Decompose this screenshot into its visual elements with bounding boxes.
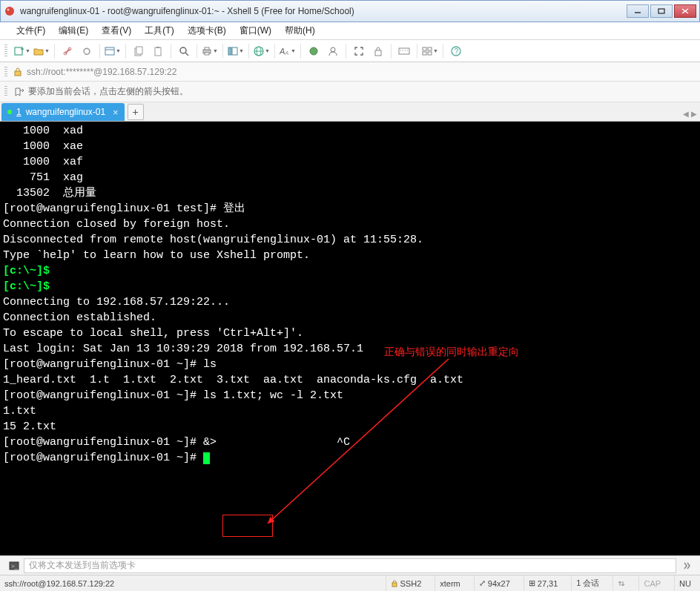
sessions-panel-button[interactable]: ▼ [227,43,245,59]
terminal-line: To escape to local shell, press 'Ctrl+Al… [3,326,697,341]
font-button[interactable]: AA▼ [279,43,297,59]
svg-line-18 [185,53,188,56]
globe-button[interactable]: ▼ [253,43,271,59]
command-input[interactable]: 仅将文本发送到当前选项卡 [24,558,676,573]
status-protocol: SSH2 [386,575,426,591]
menu-tabs[interactable]: 选项卡(B) [185,22,229,39]
color-button[interactable] [305,43,323,59]
lock-icon [13,67,22,76]
address-text[interactable]: ssh://root:********@192.168.57.129:22 [27,67,691,77]
terminal-line: 751 xag [3,170,697,185]
cursor-icon [203,452,210,464]
svg-point-29 [310,47,317,55]
tab-label: wangruifenglinux-01 [26,107,105,117]
lock-icon [391,580,398,587]
svg-rect-11 [105,47,114,55]
svg-text:A: A [284,50,288,56]
svg-rect-21 [205,53,209,55]
terminal-line: [root@wangruifenglinux-01 ~]# &> ^C [3,435,697,450]
status-sessions: 1 会话 [571,575,604,591]
menu-window[interactable]: 窗口(W) [237,22,274,39]
toolbar: ▼ ▼ ▼ ▼ ▼ ▼ AA▼ ▼ ? [0,40,700,62]
grid-icon: ⊞ [529,578,535,588]
terminal-prompt: [c:\~]$ [3,263,697,279]
status-updown [612,575,630,591]
help-button[interactable]: ? [447,43,465,59]
terminal-line: [root@wangruifenglinux-01 ~]# ls 1.txt; … [3,388,697,403]
maximize-button[interactable] [650,4,673,18]
reconnect-button[interactable] [78,43,96,59]
layout-button[interactable]: ▼ [421,43,439,59]
status-size: ⤢94x27 [474,575,515,591]
properties-button[interactable]: ▼ [104,43,122,59]
terminal-line: 13502 总用量 [3,185,697,201]
svg-text:>_: >_ [11,563,19,569]
svg-rect-31 [375,50,381,56]
annotation-highlight-box [222,515,273,537]
svg-rect-20 [205,47,209,50]
close-button[interactable] [674,4,696,18]
tab-nav-arrows[interactable]: ◀ ▶ [683,110,697,118]
traffic-icon [618,580,625,587]
svg-rect-47 [392,583,397,587]
new-tab-button[interactable]: + [128,104,144,120]
print-button[interactable]: ▼ [201,43,219,59]
terminal-line: Connecting to 192.168.57.129:22... [3,294,697,310]
window-title: wangruifenglinux-01 - root@wangruifengli… [20,6,627,16]
terminal-line: Type `help' to learn how to use Xshell p… [3,248,697,263]
paste-button[interactable] [149,43,167,59]
session-tab[interactable]: 1 wangruifenglinux-01 × [1,103,125,121]
terminal-line: 1_heard.txt 1.t 1.txt 2.txt 3.txt aa.txt… [3,372,697,388]
link-button[interactable] [59,43,76,59]
svg-rect-22 [228,47,231,55]
bookmark-icon[interactable] [13,87,24,97]
command-input-bar: >_ 仅将文本发送到当前选项卡 [0,555,700,575]
svg-point-1 [7,9,10,11]
terminal-line: Connection closed by foreign host. [3,217,697,232]
svg-text:?: ? [455,47,459,56]
open-button[interactable]: ▼ [33,43,50,59]
menu-help[interactable]: 帮助(H) [282,22,318,39]
terminal-line: Last login: Sat Jan 13 10:39:29 2018 fro… [3,341,697,357]
address-bar: ssh://root:********@192.168.57.129:22 [0,62,700,82]
svg-rect-43 [15,71,21,76]
menu-file[interactable]: 文件(F) [13,22,48,39]
terminal-line: [root@wangruifenglinux-01 ~]# [3,450,697,466]
window-titlebar: wangruifenglinux-01 - root@wangruifengli… [0,0,700,22]
user-button[interactable] [324,43,342,59]
keyboard-button[interactable] [395,43,413,59]
status-term: xterm [435,575,465,591]
svg-rect-38 [428,47,432,50]
svg-rect-39 [423,52,426,55]
status-bar: ssh://root@192.168.57.129:22 SSH2 xterm … [0,575,700,591]
svg-rect-32 [399,48,409,54]
menu-view[interactable]: 查看(V) [99,22,134,39]
svg-rect-14 [136,47,142,54]
status-indicator-icon [7,110,12,114]
menu-edit[interactable]: 编辑(E) [56,22,91,39]
terminal-line: 1.txt [3,403,697,419]
terminal-line: 1000 xad [3,123,697,139]
new-session-button[interactable]: ▼ [13,43,31,59]
status-caps: CAP [638,575,665,591]
hint-bar: 要添加当前会话，点击左侧的箭头按钮。 [0,82,700,102]
terminal-line: Connection established. [3,310,697,326]
lock-button[interactable] [369,43,387,59]
fullscreen-button[interactable] [350,43,368,59]
tab-strip: 1 wangruifenglinux-01 × + ◀ ▶ [0,102,700,122]
app-icon [4,5,16,17]
status-position: ⊞27,31 [524,575,563,591]
status-address: ssh://root@192.168.57.129:22 [4,579,377,588]
menu-tools[interactable]: 工具(T) [142,22,176,39]
search-button[interactable] [175,43,193,59]
menu-bar: 文件(F) 编辑(E) 查看(V) 工具(T) 选项卡(B) 窗口(W) 帮助(… [0,22,700,40]
svg-rect-40 [428,52,432,55]
send-button[interactable] [681,559,694,572]
svg-rect-16 [156,47,159,48]
tab-close-icon[interactable]: × [113,107,119,118]
svg-rect-15 [155,47,161,56]
svg-point-17 [180,47,186,53]
minimize-button[interactable] [627,4,649,18]
copy-button[interactable] [130,43,148,59]
terminal[interactable]: 1000 xad 1000 xae 1000 xaf 751 xag 13502… [0,122,700,555]
